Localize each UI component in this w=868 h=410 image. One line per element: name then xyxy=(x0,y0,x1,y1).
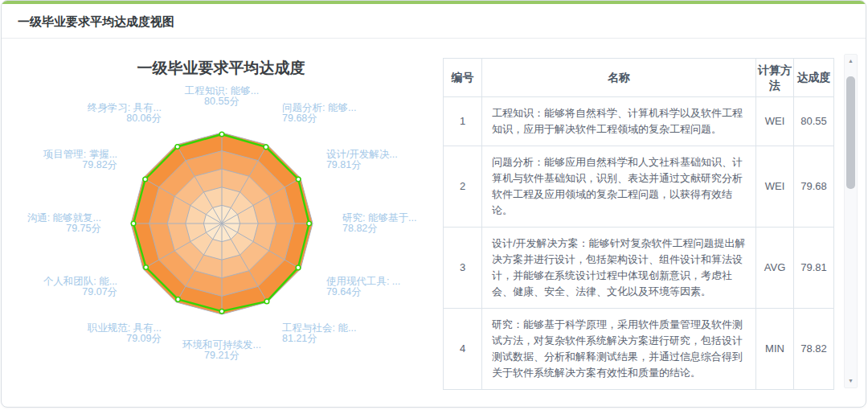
requirements-table: 编号 名称 计算方法 达成度 1工程知识：能够将自然科学、计算机科学以及软件工程… xyxy=(443,58,834,390)
row-name: 设计/开发解决方案：能够针对复杂软件工程问题提出解决方案并进行设计，包括架构设计… xyxy=(482,228,756,309)
row-score: 79.81 xyxy=(794,228,834,309)
row-method: WEI xyxy=(756,146,794,228)
radar-chart-panel: 一级毕业要求平均达成度 工程知识: 能够...80.55分问题分析: 能够...… xyxy=(2,39,440,407)
row-name: 问题分析：能够应用自然科学和人文社科基础知识、计算机与软件基础知识，识别、表达并… xyxy=(482,146,756,228)
radar-axis-label: 职业规范: 具有...79.09分 xyxy=(87,322,162,344)
radar-data-point xyxy=(144,265,149,270)
table-row: 3设计/开发解决方案：能够针对复杂软件工程问题提出解决方案并进行设计，包括架构设… xyxy=(444,228,834,309)
table-row: 1工程知识：能够将自然科学、计算机科学以及软件工程知识，应用于解决软件工程领域的… xyxy=(444,97,834,146)
radar-axis-label: 个人和团队: 能...79.07分 xyxy=(43,276,117,297)
radar-axis-label: 问题分析: 能够...79.68分 xyxy=(282,102,356,124)
table-scrollbar[interactable]: ▲ ▼ xyxy=(844,54,858,388)
row-method: AVG xyxy=(756,228,794,309)
radar-axis-label: 沟通: 能够就复...79.75分 xyxy=(27,212,101,234)
scrollbar-thumb[interactable] xyxy=(846,76,855,189)
radar-data-point xyxy=(296,265,301,270)
radar-axis-label: 工程知识: 能够...80.55分 xyxy=(185,85,259,107)
row-method: MIN xyxy=(756,309,794,390)
radar-axis-label: 终身学习: 具有...80.06分 xyxy=(88,102,162,124)
radar-data-point xyxy=(219,132,224,137)
radar-data-point xyxy=(219,309,224,314)
radar-axis-label: 项目管理: 掌握...79.82分 xyxy=(43,149,117,170)
scroll-up-icon[interactable]: ▲ xyxy=(845,55,857,67)
page-title: 一级毕业要求平均达成度视图 xyxy=(2,4,866,39)
radar-data-point xyxy=(264,145,268,150)
row-id: 3 xyxy=(444,228,482,309)
radar-data-point xyxy=(131,221,136,226)
column-header-id: 编号 xyxy=(444,59,482,97)
content-area: 一级毕业要求平均达成度 工程知识: 能够...80.55分问题分析: 能够...… xyxy=(2,39,866,407)
column-header-method: 计算方法 xyxy=(756,59,794,97)
radar-axis-label: 研究: 能够基于...78.82分 xyxy=(342,212,416,234)
radar-axis-label: 环境和可持续发...79.21分 xyxy=(182,339,261,361)
row-score: 80.55 xyxy=(794,97,834,146)
table-header-row: 编号 名称 计算方法 达成度 xyxy=(444,59,834,97)
row-name: 工程知识：能够将自然科学、计算机科学以及软件工程知识，应用于解决软件工程领域的复… xyxy=(482,97,756,146)
chart-title: 一级毕业要求平均达成度 xyxy=(2,58,440,79)
view-card: 一级毕业要求平均达成度视图 一级毕业要求平均达成度 工程知识: 能够...80.… xyxy=(1,0,866,408)
radar-data-point xyxy=(296,177,301,182)
radar-data-point xyxy=(143,177,148,182)
row-method: WEI xyxy=(756,97,794,146)
radar-data-point xyxy=(307,221,312,226)
row-id: 1 xyxy=(444,97,482,146)
column-header-score: 达成度 xyxy=(794,59,834,97)
radar-chart[interactable]: 工程知识: 能够...80.55分问题分析: 能够...79.68分设计/开发解… xyxy=(2,39,440,407)
radar-data-point xyxy=(175,145,180,150)
row-name: 研究：能够基于科学原理，采用软件质量管理及软件测试方法，对复杂软件系统解决方案进… xyxy=(482,309,756,390)
column-header-name: 名称 xyxy=(482,59,756,97)
requirements-table-panel: 编号 名称 计算方法 达成度 1工程知识：能够将自然科学、计算机科学以及软件工程… xyxy=(440,39,866,407)
row-id: 4 xyxy=(444,309,482,390)
row-id: 2 xyxy=(444,146,482,228)
table-row: 2问题分析：能够应用自然科学和人文社科基础知识、计算机与软件基础知识，识别、表达… xyxy=(444,146,834,228)
radar-axis-label: 设计/开发解决...79.81分 xyxy=(326,149,398,170)
radar-data-point xyxy=(264,299,269,304)
row-score: 79.68 xyxy=(794,146,834,228)
scroll-down-icon[interactable]: ▼ xyxy=(845,375,857,387)
row-score: 78.82 xyxy=(794,309,834,390)
table-row: 4研究：能够基于科学原理，采用软件质量管理及软件测试方法，对复杂软件系统解决方案… xyxy=(444,309,834,390)
radar-data-point xyxy=(176,297,181,302)
radar-axis-label: 工程与社会: 能...81.21分 xyxy=(282,322,356,344)
radar-axis-label: 使用现代工具: ...79.64分 xyxy=(326,276,400,297)
